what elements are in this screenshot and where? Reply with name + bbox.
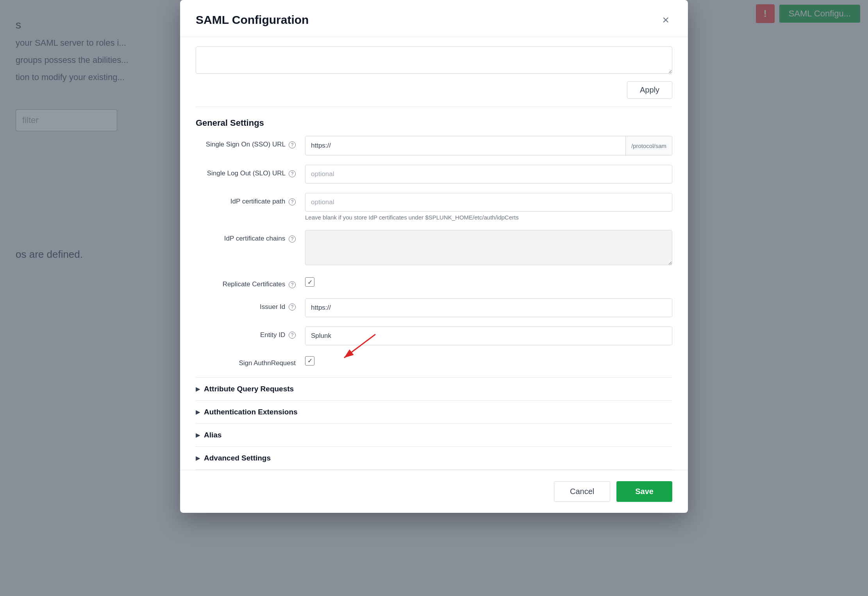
- idp-cert-chains-row: IdP certificate chains ?: [196, 230, 672, 266]
- sign-authn-label: Sign AuthnRequest: [196, 355, 305, 368]
- slo-url-input[interactable]: [305, 165, 672, 184]
- entity-id-input-wrap: [305, 327, 672, 345]
- idp-cert-path-input[interactable]: [305, 193, 672, 212]
- alias-label: Alias: [204, 431, 221, 439]
- replicate-certs-help-icon[interactable]: ?: [289, 281, 296, 288]
- alias-section: ▶ Alias: [196, 423, 672, 446]
- sign-authn-checkbox[interactable]: [305, 356, 314, 366]
- advanced-settings-label: Advanced Settings: [204, 454, 271, 462]
- idp-cert-path-label: IdP certificate path ?: [196, 193, 305, 206]
- apply-button[interactable]: Apply: [627, 81, 672, 99]
- alias-header[interactable]: ▶ Alias: [196, 431, 672, 439]
- entity-id-label: Entity ID ?: [196, 327, 305, 340]
- modal-title: SAML Configuration: [196, 13, 309, 27]
- idp-cert-path-help-icon[interactable]: ?: [289, 198, 296, 205]
- issuer-id-help-icon[interactable]: ?: [289, 303, 296, 310]
- modal-close-button[interactable]: ×: [659, 12, 672, 27]
- idp-cert-chains-textarea[interactable]: [305, 230, 672, 265]
- issuer-id-row: Issuer Id ?: [196, 298, 672, 317]
- sso-url-help-icon[interactable]: ?: [289, 141, 296, 148]
- attribute-query-section: ▶ Attribute Query Requests: [196, 377, 672, 400]
- advanced-settings-section: ▶ Advanced Settings: [196, 446, 672, 470]
- idp-cert-path-row: IdP certificate path ? Leave blank if yo…: [196, 193, 672, 221]
- issuer-id-input[interactable]: [305, 298, 672, 317]
- idp-cert-chains-help-icon[interactable]: ?: [289, 236, 296, 243]
- entity-id-help-icon[interactable]: ?: [289, 332, 296, 339]
- sign-authn-row: Sign AuthnRequest: [196, 355, 672, 368]
- replicate-certs-control-wrap: [305, 276, 672, 287]
- modal-body: Apply General Settings Single Sign On (S…: [180, 37, 688, 470]
- auth-extensions-section: ▶ Authentication Extensions: [196, 400, 672, 423]
- replicate-certs-row: Replicate Certificates ?: [196, 276, 672, 289]
- attribute-query-label: Attribute Query Requests: [204, 385, 294, 393]
- idp-cert-chains-input-wrap: [305, 230, 672, 266]
- idp-cert-path-hint: Leave blank if you store IdP certificate…: [305, 214, 672, 221]
- slo-url-label: Single Log Out (SLO) URL ?: [196, 165, 305, 178]
- sso-url-suffix: /protocol/sam: [625, 136, 672, 155]
- entity-id-row: Entity ID ?: [196, 327, 672, 345]
- sso-url-input[interactable]: [305, 136, 625, 155]
- modal-header: SAML Configuration ×: [180, 0, 688, 37]
- auth-extensions-label: Authentication Extensions: [204, 408, 298, 416]
- advanced-settings-header[interactable]: ▶ Advanced Settings: [196, 454, 672, 462]
- replicate-certs-label: Replicate Certificates ?: [196, 276, 305, 289]
- alias-arrow: ▶: [196, 432, 200, 438]
- attribute-query-arrow: ▶: [196, 386, 200, 392]
- sso-url-input-wrap: /protocol/sam: [305, 136, 672, 155]
- top-textarea[interactable]: [196, 46, 672, 74]
- top-textarea-section: Apply: [196, 37, 672, 107]
- idp-cert-path-input-wrap: Leave blank if you store IdP certificate…: [305, 193, 672, 221]
- slo-url-help-icon[interactable]: ?: [289, 170, 296, 177]
- saml-config-modal: SAML Configuration × Apply General Setti…: [180, 0, 688, 513]
- auth-extensions-header[interactable]: ▶ Authentication Extensions: [196, 408, 672, 416]
- general-settings-title: General Settings: [196, 107, 672, 136]
- cancel-button[interactable]: Cancel: [554, 481, 610, 502]
- issuer-id-input-wrap: [305, 298, 672, 317]
- issuer-id-label: Issuer Id ?: [196, 298, 305, 312]
- entity-id-input[interactable]: [305, 327, 672, 345]
- save-button[interactable]: Save: [616, 481, 672, 502]
- sign-authn-control-wrap: [305, 355, 672, 366]
- modal-footer: Cancel Save: [180, 470, 688, 513]
- advanced-settings-arrow: ▶: [196, 455, 200, 461]
- replicate-certs-checkbox[interactable]: [305, 277, 314, 287]
- idp-cert-chains-label: IdP certificate chains ?: [196, 230, 305, 243]
- sso-url-label: Single Sign On (SSO) URL ?: [196, 136, 305, 149]
- sso-url-row: Single Sign On (SSO) URL ? /protocol/sam: [196, 136, 672, 155]
- slo-url-row: Single Log Out (SLO) URL ?: [196, 165, 672, 184]
- attribute-query-header[interactable]: ▶ Attribute Query Requests: [196, 385, 672, 393]
- auth-extensions-arrow: ▶: [196, 409, 200, 415]
- slo-url-input-wrap: [305, 165, 672, 184]
